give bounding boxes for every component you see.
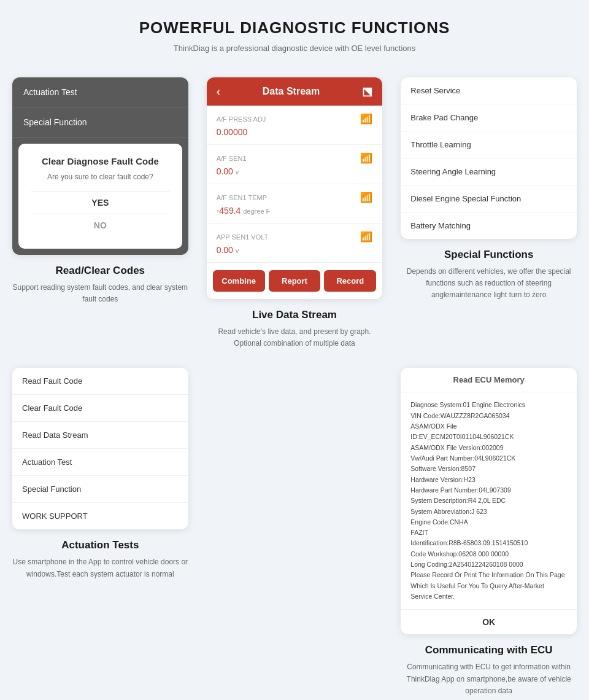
report-button[interactable]: Report [269, 270, 321, 292]
sf-row-3[interactable]: Steering Angle Learning [401, 158, 577, 185]
sf-row-0[interactable]: Reset Service [401, 77, 577, 104]
fc-row-4[interactable]: Special Function [12, 476, 188, 503]
record-button[interactable]: Record [324, 270, 376, 292]
sf-row-4[interactable]: Diesel Engine Special Function [401, 185, 577, 212]
fc-row-2[interactable]: Read Data Stream [12, 422, 188, 449]
ds-value-1: 0.00 v [217, 166, 373, 176]
ds-chart-icon-3[interactable]: 📶 [360, 231, 372, 243]
sf-row-2[interactable]: Throttle Learning [401, 131, 577, 158]
ds-chart-icon-0[interactable]: 📶 [360, 113, 372, 125]
ds-value-2: -459.4 degree F [217, 206, 373, 216]
data-stream-header: ‹ Data Stream ⬔ [207, 77, 383, 106]
actuation-tests-title: Actuation Tests [61, 539, 139, 551]
live-data-desc: Read vehicle's live data, and present by… [207, 326, 383, 349]
right-phone-card: Reset Service Brake Pad Change Throttle … [401, 77, 577, 239]
ds-row-1: A/F SEN1 📶 0.00 v [207, 145, 383, 184]
read-clear-title: Read/Clear Codes [56, 265, 145, 277]
ecu-ok-button[interactable]: OK [401, 609, 577, 634]
ecu-section-desc: Communicating with ECU to get informatio… [401, 661, 577, 697]
ecu-section: Read ECU Memory Diagnose System:01 Engin… [401, 368, 577, 697]
ds-buttons-bar: Combine Report Record [207, 263, 383, 299]
left-bottom-phone-card: Read Fault Code Clear Fault Code Read Da… [12, 368, 188, 529]
ds-chart-icon-2[interactable]: 📶 [360, 192, 372, 203]
ds-label-2: A/F SEN1 TEMP [217, 194, 267, 201]
sf-row-5[interactable]: Battery Matching [401, 212, 577, 239]
ecu-section-title: Communicating with ECU [425, 644, 553, 656]
ds-chart-icon-1[interactable]: 📶 [360, 152, 372, 164]
special-functions-title: Special Functions [444, 249, 533, 261]
live-data-title: Live Data Stream [252, 309, 337, 321]
ds-row-3: APP SEN1 VOLT 📶 0.00 v [207, 224, 383, 263]
live-data-section: ‹ Data Stream ⬔ A/F PRESS ADJ 📶 0.00000 … [207, 77, 383, 349]
sf-row-1[interactable]: Brake Pad Change [401, 104, 577, 131]
actuation-tests-desc: Use smartphone in the App to control veh… [12, 556, 188, 580]
combine-button[interactable]: Combine [213, 270, 265, 292]
middle-bottom-section [207, 368, 383, 697]
dialog-yes-button[interactable]: YES [31, 191, 170, 214]
special-functions-desc: Depends on different vehicles, we offer … [401, 266, 577, 301]
special-functions-section: Reset Service Brake Pad Change Throttle … [401, 77, 577, 349]
dialog-title: Clear Diagnose Fault Code [31, 156, 170, 166]
left-phone-card: Actuation Test Special Function Clear Di… [12, 77, 188, 255]
back-icon[interactable]: ‹ [217, 85, 220, 98]
ds-label-0: A/F PRESS ADJ [217, 115, 266, 123]
dialog-card: Clear Diagnose Fault Code Are you sure t… [18, 144, 182, 249]
fc-row-3[interactable]: Actuation Test [12, 449, 188, 476]
read-clear-desc: Support reading system fault codes, and … [12, 282, 188, 305]
page-subtitle: ThinkDiag is a professional diagnostic d… [12, 44, 577, 53]
actuation-tests-section: Read Fault Code Clear Fault Code Read Da… [12, 368, 188, 697]
menu-item-actuation[interactable]: Actuation Test [12, 77, 188, 107]
dialog-no-button[interactable]: NO [31, 214, 170, 236]
ds-label-3: APP SEN1 VOLT [217, 233, 269, 241]
ecu-header: Read ECU Memory [401, 368, 577, 392]
dialog-message: Are you sure to clear fault code? [31, 173, 170, 181]
middle-phone-card: ‹ Data Stream ⬔ A/F PRESS ADJ 📶 0.00000 … [207, 77, 383, 299]
export-icon[interactable]: ⬔ [362, 85, 372, 98]
ds-value-3: 0.00 v [217, 245, 373, 255]
ecu-body: Diagnose System:01 Engine Electronics VI… [401, 392, 577, 609]
menu-item-special[interactable]: Special Function [12, 107, 188, 138]
ds-value-0: 0.00000 [217, 127, 373, 137]
read-clear-section: Actuation Test Special Function Clear Di… [12, 77, 188, 349]
page-title: POWERFUL DIAGNOSTIC FUNCTIONS [12, 18, 577, 37]
fc-row-0[interactable]: Read Fault Code [12, 368, 188, 395]
header-title: Data Stream [263, 86, 320, 97]
page-header: POWERFUL DIAGNOSTIC FUNCTIONS ThinkDiag … [12, 18, 577, 53]
fc-row-1[interactable]: Clear Fault Code [12, 395, 188, 422]
ds-row-2: A/F SEN1 TEMP 📶 -459.4 degree F [207, 184, 383, 224]
ds-label-1: A/F SEN1 [217, 155, 247, 162]
fc-row-5[interactable]: WORK SUPPORT [12, 503, 188, 529]
ecu-card: Read ECU Memory Diagnose System:01 Engin… [401, 368, 577, 634]
ds-row-0: A/F PRESS ADJ 📶 0.00000 [207, 106, 383, 145]
